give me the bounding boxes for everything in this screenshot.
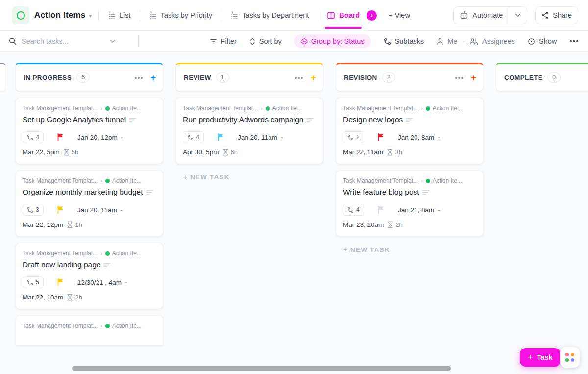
chevron-down-icon[interactable] [110, 39, 116, 43]
start-date[interactable]: 12/30/21 , 4am [77, 279, 122, 286]
subtask-count-badge[interactable]: 3 [23, 204, 44, 216]
task-title[interactable]: Write feature blog post [343, 187, 476, 198]
column-more-icon[interactable]: ••• [455, 74, 464, 81]
column-header[interactable]: REVIEW 1 ••• + [176, 63, 323, 91]
divider [98, 9, 99, 21]
assignees-label: Assignees [482, 37, 515, 45]
due-date[interactable]: Mar 22, 11am [343, 149, 383, 156]
task-card[interactable]: Task Management Templat... › Action Ite.… [16, 243, 163, 309]
task-card[interactable]: Task Management Templat... › Action Ite.… [16, 98, 163, 164]
automate-button[interactable]: Automate [454, 7, 509, 24]
expand-view-icon[interactable]: › [367, 10, 377, 21]
task-card[interactable]: Task Management Templat... › Action Ite.… [336, 171, 483, 236]
search-box[interactable] [9, 37, 131, 45]
view-header: Action Items ▾ List Tasks by Priority Ta… [0, 0, 588, 31]
show-button[interactable]: Show [528, 37, 557, 45]
priority-flag-icon[interactable] [57, 278, 64, 286]
column-more-icon[interactable]: ••• [135, 74, 144, 81]
breadcrumb-list[interactable]: Action Ite... [112, 323, 142, 329]
breadcrumb-list[interactable]: Action Ite... [433, 105, 462, 112]
due-date[interactable]: Mar 22, 12pm [23, 221, 63, 228]
tab-board[interactable]: Board [325, 8, 362, 23]
add-task-button[interactable]: + Task [520, 348, 561, 367]
sort-button[interactable]: Sort by [249, 37, 282, 45]
subtasks-button[interactable]: Subtasks [384, 37, 424, 45]
tab-label: Tasks by Priority [161, 11, 213, 19]
help-widget-button[interactable] [560, 347, 580, 368]
task-card[interactable]: Task Management Templat... › Action Ite.… [16, 171, 163, 236]
breadcrumb-project[interactable]: Task Management Templat... [23, 250, 98, 257]
breadcrumb-project[interactable]: Task Management Templat... [23, 105, 98, 112]
column-add-task-icon[interactable]: + [471, 73, 476, 82]
tab-tasks-by-priority[interactable]: Tasks by Priority [147, 8, 215, 22]
breadcrumb-list[interactable]: Action Ite... [112, 105, 142, 112]
divider [140, 9, 140, 21]
chevron-down-icon[interactable]: ▾ [89, 13, 92, 19]
task-card[interactable]: Task Management Templat... › Action Ite.… [176, 98, 323, 164]
breadcrumb-project[interactable]: Task Management Templat... [343, 105, 418, 112]
breadcrumb-list[interactable]: Action Ite... [433, 177, 462, 184]
subtask-count-badge[interactable]: 4 [183, 131, 204, 143]
add-view-button[interactable]: + View [389, 11, 410, 19]
priority-flag-icon[interactable] [217, 133, 224, 141]
automate-dropdown-button[interactable] [509, 7, 527, 24]
me-filter-button[interactable]: Me [437, 37, 457, 45]
space-logo[interactable] [12, 6, 29, 24]
task-title[interactable]: Set up Google Analytics funnel [23, 114, 156, 125]
chevron-right-icon: › [100, 178, 102, 184]
breadcrumb-list[interactable]: Action Ite... [112, 177, 142, 184]
chevron-right-icon: › [261, 105, 263, 111]
column-header[interactable]: REVISION 2 ••• + [336, 63, 483, 91]
task-title[interactable]: Draft new landing page [23, 259, 156, 270]
priority-flag-icon[interactable] [377, 133, 385, 141]
subtask-icon [347, 134, 354, 141]
page-title[interactable]: Action Items [34, 10, 85, 20]
share-button[interactable]: Share [535, 6, 578, 24]
priority-flag-icon[interactable] [377, 206, 385, 214]
column-add-task-icon[interactable]: + [311, 73, 316, 82]
task-card[interactable]: Task Management Templat... › Action Ite.… [336, 98, 483, 164]
priority-flag-icon[interactable] [57, 206, 64, 214]
subtask-count-badge[interactable]: 5 [23, 276, 44, 288]
filter-button[interactable]: Filter [210, 37, 237, 45]
new-task-button[interactable]: + NEW TASK [176, 174, 323, 181]
due-date[interactable]: Apr 30, 5pm [183, 149, 219, 156]
priority-flag-icon[interactable] [57, 133, 64, 141]
group-by-button[interactable]: Group by: Status [294, 34, 371, 48]
tab-list[interactable]: List [106, 8, 133, 22]
breadcrumb-list[interactable]: Action Ite... [112, 250, 142, 257]
board-icon [327, 11, 335, 20]
due-date[interactable]: Mar 22, 5pm [23, 149, 60, 156]
column-header[interactable]: IN PROGRESS 6 ••• + [16, 63, 163, 91]
task-title[interactable]: Design new logos [343, 114, 476, 125]
column-count-badge: 0 [547, 72, 561, 83]
start-date[interactable]: Jan 20, 11am [238, 134, 277, 141]
breadcrumb-project[interactable]: Task Management Templat... [23, 177, 98, 184]
start-date[interactable]: Jan 20, 11am [77, 206, 117, 214]
task-title[interactable]: Run productivity Adwords campaign [183, 114, 316, 125]
toolbar-more-button[interactable]: ••• [569, 37, 579, 45]
start-date[interactable]: Jan 21, 8am [398, 206, 434, 214]
column-more-icon[interactable]: ••• [295, 74, 304, 81]
task-title[interactable]: Organize monthly marketing budget [23, 187, 156, 198]
breadcrumb-project[interactable]: Task Management Templat... [23, 323, 98, 329]
due-date[interactable]: Mar 22, 10am [23, 294, 63, 301]
assignees-button[interactable]: Assignees [469, 37, 515, 45]
breadcrumb-project[interactable]: Task Management Templat... [343, 177, 418, 184]
start-date[interactable]: Jan 20, 12pm [77, 134, 118, 141]
subtask-count-badge[interactable]: 2 [343, 131, 364, 143]
tab-tasks-by-department[interactable]: Tasks by Department [228, 8, 311, 22]
column-add-task-icon[interactable]: + [150, 73, 156, 82]
subtask-count-badge[interactable]: 4 [343, 204, 364, 216]
due-date[interactable]: Mar 23, 10am [343, 221, 384, 228]
column-header-partial[interactable] [0, 63, 5, 91]
column-header[interactable]: COMPLETE 0 ••• + [496, 63, 588, 91]
start-date[interactable]: Jan 20, 8am [398, 134, 434, 141]
breadcrumb-list[interactable]: Action Ite... [272, 105, 302, 112]
breadcrumb-project[interactable]: Task Management Templat... [183, 105, 258, 112]
task-card[interactable]: Task Management Templat... › Action Ite.… [16, 316, 163, 345]
new-task-button[interactable]: + NEW TASK [336, 246, 483, 253]
search-input[interactable] [22, 37, 105, 45]
horizontal-scrollbar[interactable] [72, 366, 451, 371]
subtask-count-badge[interactable]: 4 [23, 131, 44, 143]
